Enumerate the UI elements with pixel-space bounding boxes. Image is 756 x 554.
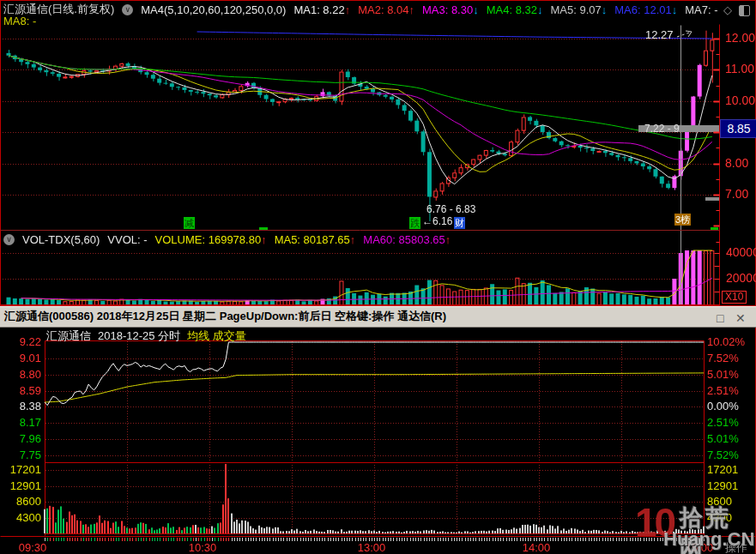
main-chart-header: 汇源通信(日线.前复权) ∨ MA4(5,10,20,60,120,250,0,… bbox=[3, 2, 726, 17]
up-arrow-icon: ↑ bbox=[345, 3, 351, 16]
maximize-icon[interactable]: □ bbox=[717, 309, 723, 328]
intraday-pct-label: 7.52% bbox=[707, 352, 739, 364]
main-price-axis-label: 10.00 bbox=[725, 94, 755, 107]
up-arrow-icon: ↑ bbox=[261, 233, 267, 246]
corner-text: 操作 bbox=[725, 540, 747, 554]
high-annotation: 12.27 bbox=[645, 28, 674, 41]
intraday-stock-name: 汇源通信 bbox=[46, 328, 91, 344]
up-arrow-icon: ↑ bbox=[445, 233, 451, 246]
intraday-price-label: 9.22 bbox=[3, 335, 41, 348]
intraday-pct-label: 7.52% bbox=[707, 449, 739, 461]
indicator-value: MA5: 9.07↓ bbox=[550, 3, 607, 16]
volume-pane-header: ∨ VOL-TDX(5,60) VVOL: - VOLUME: 169978.8… bbox=[3, 233, 458, 246]
chart-badge: 减 bbox=[184, 217, 195, 229]
main-price-axis-label: 7.00 bbox=[725, 188, 748, 201]
main-price-axis-label: 11.00 bbox=[725, 63, 754, 75]
vol-indicator-name: VOL-TDX(5,60) bbox=[22, 233, 100, 246]
indicator-value: MA2: 8.04↑ bbox=[358, 3, 414, 16]
ma8-label: MA8: - bbox=[3, 15, 36, 27]
indicator-value: VOLUME: 169978.80↑ bbox=[155, 233, 267, 246]
intraday-vol-label: 17201 bbox=[707, 463, 738, 476]
chart-badge: 3榜 bbox=[674, 214, 691, 226]
intraday-pct-label: 2.51% bbox=[707, 416, 739, 429]
intraday-price-label: 7.75 bbox=[3, 449, 41, 461]
gap-annotation: 6.76 - 6.83 bbox=[426, 203, 475, 215]
intraday-price-label: 9.01 bbox=[3, 352, 41, 364]
diamond-icon[interactable]: ◇ bbox=[723, 3, 732, 16]
status-text: 汇源通信(000586) 2018年12月25日 星期二 PageUp/Down… bbox=[4, 310, 446, 322]
intraday-title: 汇源通信 2018-12-25 分时 均线 成交量 bbox=[46, 328, 246, 344]
chart-badge: 财 bbox=[454, 217, 465, 229]
up-arrow-icon: ↑ bbox=[350, 233, 356, 246]
indicator-value: MA3: 8.30↓ bbox=[422, 3, 479, 16]
down-arrow-icon: ↓ bbox=[602, 3, 608, 16]
intraday-pct-label: 2.51% bbox=[707, 384, 739, 397]
chevron-down-icon[interactable]: ∨ bbox=[3, 234, 15, 245]
time-axis-label: 10:30 bbox=[189, 541, 217, 554]
intraday-vol-label: 17201 bbox=[3, 463, 41, 476]
chevron-down-icon[interactable]: ∨ bbox=[122, 4, 133, 15]
low-annotation: ←6.16 bbox=[422, 215, 452, 227]
down-arrow-icon: ↓ bbox=[537, 3, 543, 16]
main-price-axis-label: 12.00 bbox=[725, 32, 755, 45]
indicator-value: MA6: 12.01↓ bbox=[614, 3, 677, 16]
down-arrow-icon: ↓ bbox=[672, 3, 678, 16]
stock-charts-canvas[interactable] bbox=[0, 0, 756, 554]
vvol-label: VVOL: - bbox=[107, 233, 147, 246]
volume-scale-box: X10 bbox=[722, 291, 747, 304]
intraday-price-label: 8.17 bbox=[3, 416, 41, 429]
intraday-pct-label: 5.01% bbox=[707, 368, 739, 381]
close-icon[interactable]: ✕ bbox=[735, 309, 746, 328]
volume-axis-label: 20000 bbox=[726, 272, 756, 285]
intraday-price-label: 8.80 bbox=[3, 368, 41, 381]
crosshair-range-annotation: 7.22 - 9 bbox=[644, 123, 680, 135]
status-bar: 汇源通信(000586) 2018年12月25日 星期二 PageUp/Down… bbox=[0, 306, 756, 328]
intraday-price-label: 7.96 bbox=[3, 432, 41, 445]
down-arrow-icon: ↓ bbox=[473, 3, 479, 16]
volume-values-group: VOLUME: 169978.80↑MA5: 80187.65↑MA60: 85… bbox=[155, 233, 459, 246]
intraday-pct-label: 5.01% bbox=[707, 432, 739, 445]
time-axis-label: 09:30 bbox=[19, 541, 47, 554]
indicator-value: MA1: 8.22↑ bbox=[293, 3, 350, 16]
intraday-pct-label: 0.00% bbox=[707, 400, 739, 412]
up-arrow-icon: ↑ bbox=[408, 3, 414, 16]
intraday-price-label: 8.38 bbox=[3, 400, 41, 412]
volume-axis-label: 40000 bbox=[726, 246, 756, 259]
main-price-axis-label: 8.00 bbox=[725, 157, 748, 170]
intraday-vol-label: 12901 bbox=[3, 479, 41, 492]
indicator-value: MA7: - bbox=[685, 3, 717, 16]
intraday-legend: 均线 成交量 bbox=[187, 328, 246, 344]
indicator-value: MA60: 85803.65↑ bbox=[363, 233, 451, 246]
intraday-vol-label: 4300 bbox=[3, 511, 41, 524]
split-window-icon[interactable] bbox=[739, 4, 750, 20]
price-marker-tag: 8.85 bbox=[720, 119, 756, 138]
intraday-vol-label: 8600 bbox=[3, 495, 41, 508]
chart-badge: 跌 bbox=[409, 217, 420, 229]
ma-params: MA4(5,10,20,60,120,250,0,0) bbox=[141, 3, 286, 16]
intraday-price-label: 8.59 bbox=[3, 384, 41, 397]
indicator-value: MA4: 8.32↓ bbox=[487, 3, 543, 16]
intraday-vol-label: 12901 bbox=[707, 479, 738, 492]
indicator-value: MA5: 80187.65↑ bbox=[275, 233, 356, 246]
intraday-date: 2018-12-25 分时 bbox=[98, 328, 180, 344]
ma-values-group: MA1: 8.22↑MA2: 8.04↑MA3: 8.30↓MA4: 8.32↓… bbox=[293, 3, 725, 16]
time-axis-label: 13:00 bbox=[358, 541, 386, 554]
time-axis-label: 14:00 bbox=[523, 541, 551, 554]
tdx-stock-app: { "header": { "title": "汇源通信(日线.前复权)", "… bbox=[0, 0, 756, 554]
intraday-pct-label: 10.02% bbox=[707, 335, 745, 348]
